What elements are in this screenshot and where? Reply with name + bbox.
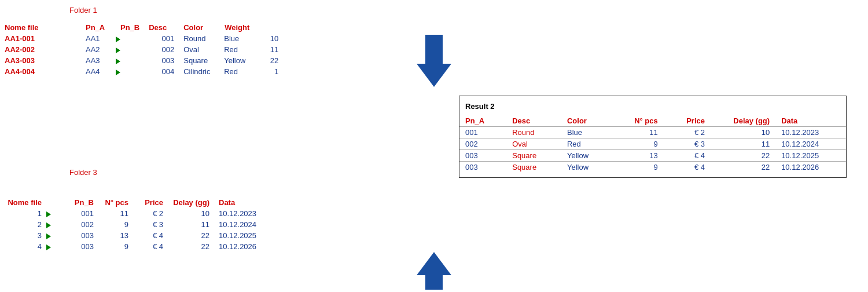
- svg-marker-1: [417, 252, 451, 290]
- table-row: AA2-002 AA2 002 Oval Red 11: [0, 44, 283, 55]
- table3-cell-triangle: [46, 208, 64, 219]
- arrow-down: [408, 29, 460, 94]
- table-row: AA4-004 AA4 004 Cilindric Red 1: [0, 66, 283, 77]
- table-row: 003 Square Yellow 9 € 4 22 10.12.2026: [459, 162, 846, 173]
- table3-cell-nomefile: 1: [0, 208, 46, 219]
- table3-header-delay: Delay (gg): [168, 197, 214, 208]
- result2-cell-npcs: 13: [616, 150, 664, 162]
- result2-cell-price: € 4: [664, 150, 711, 162]
- table1-cell-color: Red: [219, 66, 254, 77]
- page-container: Folder 1 Nome file Pn_A Pn_B Desc Color …: [0, 0, 868, 292]
- table3-cell-npcs: 9: [98, 241, 133, 252]
- result2-cell-data: 10.12.2025: [775, 150, 846, 162]
- result2-box: Result 2 Pn_A Desc Color N° pcs Price De…: [459, 96, 847, 178]
- table3-cell-nomefile: 2: [0, 219, 46, 230]
- table-row: AA3-003 AA3 003 Square Yellow 22: [0, 55, 283, 66]
- table3-header-price: Price: [133, 197, 168, 208]
- table3-header-data: Data: [214, 197, 266, 208]
- result2-cell-color: Yellow: [561, 162, 616, 173]
- table1-cell-pnb: 001: [144, 33, 179, 44]
- table-row: 003 Square Yellow 13 € 4 22 10.12.2025: [459, 150, 846, 162]
- table-row: 3 003 13 € 4 22 10.12.2025: [0, 230, 266, 241]
- table1-cell-nomefile: AA4-004: [0, 66, 46, 77]
- table1-cell-desc: Oval: [179, 44, 219, 55]
- result2-table: Pn_A Desc Color N° pcs Price Delay (gg) …: [459, 115, 846, 173]
- table1-header-pnb: Pn_B: [116, 22, 144, 33]
- table1-cell-nomefile: AA2-002: [0, 44, 46, 55]
- table1-header-weight: Weight: [219, 22, 254, 33]
- table-row: AA1-001 AA1 001 Round Blue 10: [0, 33, 283, 44]
- result2-header-desc: Desc: [506, 115, 561, 127]
- result2-cell-desc: Round: [506, 127, 561, 138]
- result2-cell-price: € 4: [664, 162, 711, 173]
- result2-cell-desc: Oval: [506, 138, 561, 150]
- result2-cell-pna: 003: [459, 150, 506, 162]
- table1-cell-color: Blue: [219, 33, 254, 44]
- result2-cell-price: € 3: [664, 138, 711, 150]
- table-row: 002 Oval Red 9 € 3 11 10.12.2024: [459, 138, 846, 150]
- result2-cell-pna: 002: [459, 138, 506, 150]
- table1-cell-color: Yellow: [219, 55, 254, 66]
- table3-cell-price: € 3: [133, 219, 168, 230]
- table1-cell-desc: Round: [179, 33, 219, 44]
- table3-cell-pnb: 001: [64, 208, 98, 219]
- table3-cell-pnb: 003: [64, 241, 98, 252]
- table1-header-pna: Pn_A: [81, 22, 116, 33]
- result2-header-price: Price: [664, 115, 711, 127]
- table3-cell-price: € 4: [133, 241, 168, 252]
- result2-cell-color: Red: [561, 138, 616, 150]
- result2-cell-npcs: 9: [616, 138, 664, 150]
- table3: Nome file Pn_B N° pcs Price Delay (gg) D…: [0, 197, 266, 252]
- table3-cell-npcs: 11: [98, 208, 133, 219]
- result2-header-delay: Delay (gg): [711, 115, 775, 127]
- result2-header-data: Data: [775, 115, 846, 127]
- table3-cell-triangle: [46, 230, 64, 241]
- table1-cell-nomefile: AA1-001: [0, 33, 46, 44]
- table3-cell-price: € 4: [133, 230, 168, 241]
- result2-cell-data: 10.12.2026: [775, 162, 846, 173]
- table3-cell-nomefile: 3: [0, 230, 46, 241]
- table3-cell-delay: 11: [168, 219, 214, 230]
- table1-cell-weight: 1: [254, 66, 283, 77]
- arrow-up: [408, 249, 460, 292]
- table1-cell-pna: AA4: [81, 66, 116, 77]
- result2-cell-color: Yellow: [561, 150, 616, 162]
- result2-cell-desc: Square: [506, 162, 561, 173]
- table1-header-desc: Desc: [144, 22, 179, 33]
- table3-cell-data: 10.12.2024: [214, 219, 266, 230]
- result2-cell-delay: 22: [711, 150, 775, 162]
- table1-cell-weight: 22: [254, 55, 283, 66]
- table1-cell-pnb: 003: [144, 55, 179, 66]
- table-row: 001 Round Blue 11 € 2 10 10.12.2023: [459, 127, 846, 138]
- result2-header-npcs: N° pcs: [616, 115, 664, 127]
- table3-cell-triangle: [46, 219, 64, 230]
- table3-cell-delay: 22: [168, 230, 214, 241]
- table3-header-pnb: Pn_B: [64, 197, 98, 208]
- table3-header-npcs: N° pcs: [98, 197, 133, 208]
- table3-cell-data: 10.12.2023: [214, 208, 266, 219]
- table1-header-nomefile: Nome file: [0, 22, 46, 33]
- result2-cell-npcs: 11: [616, 127, 664, 138]
- result2-cell-delay: 22: [711, 162, 775, 173]
- table3-header-nomefile: Nome file: [0, 197, 46, 208]
- table3-cell-delay: 22: [168, 241, 214, 252]
- table1-cell-desc: Square: [179, 55, 219, 66]
- result2-cell-pna: 001: [459, 127, 506, 138]
- table1: Nome file Pn_A Pn_B Desc Color Weight AA…: [0, 22, 283, 77]
- table1-cell-pnb: 004: [144, 66, 179, 77]
- result2-cell-data: 10.12.2023: [775, 127, 846, 138]
- table3-cell-npcs: 9: [98, 219, 133, 230]
- table1-cell-nomefile: AA3-003: [0, 55, 46, 66]
- table1-cell-desc: Cilindric: [179, 66, 219, 77]
- table1-cell-pna: AA2: [81, 44, 116, 55]
- result2-cell-pna: 003: [459, 162, 506, 173]
- result2-cell-delay: 10: [711, 127, 775, 138]
- result2-cell-color: Blue: [561, 127, 616, 138]
- table1-cell-color: Red: [219, 44, 254, 55]
- folder3-label: Folder 3: [69, 168, 97, 177]
- table1-cell-pnb: 002: [144, 44, 179, 55]
- table1-header-color: Color: [179, 22, 219, 33]
- table1-cell-weight: 10: [254, 33, 283, 44]
- table-row: 1 001 11 € 2 10 10.12.2023: [0, 208, 266, 219]
- table1-cell-weight: 11: [254, 44, 283, 55]
